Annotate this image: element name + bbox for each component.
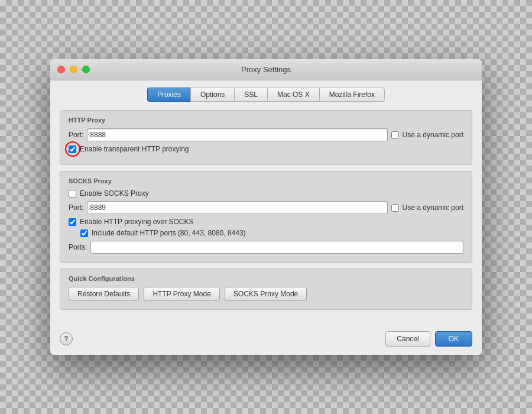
maximize-button[interactable]: [82, 66, 90, 73]
include-ports-checkbox[interactable]: [80, 229, 88, 237]
http-port-input[interactable]: [87, 128, 387, 141]
close-button[interactable]: [57, 66, 65, 73]
restore-defaults-button[interactable]: Restore Defaults: [69, 287, 139, 301]
http-dynamic-port-label: Use a dynamic port: [403, 131, 463, 139]
enable-socks-row: Enable SOCKS Proxy: [69, 189, 463, 198]
window-content: Proxies Options SSL Mac OS X Mozilla Fir…: [50, 80, 482, 325]
transparent-http-label: Enable transparent HTTP proxying: [80, 145, 189, 153]
bottom-bar: ? Cancel OK: [50, 325, 482, 355]
socks-port-row: Port: Use a dynamic port: [69, 201, 463, 214]
enable-socks-label: Enable SOCKS Proxy: [80, 189, 149, 198]
http-port-row: Port: Use a dynamic port: [69, 128, 463, 141]
quick-config-title: Quick Configurations: [69, 275, 463, 282]
transparent-http-row: Enable transparent HTTP proxying: [69, 145, 463, 153]
http-proxy-title: HTTP Proxy: [69, 117, 463, 124]
transparent-checkbox-circled: [69, 145, 76, 153]
socks-ports-input[interactable]: [90, 241, 463, 254]
socks-port-input[interactable]: [87, 201, 387, 214]
window-title: Proxy Settings: [241, 65, 291, 74]
traffic-lights: [57, 66, 90, 73]
socks-ports-label: Ports:: [69, 243, 87, 251]
cancel-button[interactable]: Cancel: [385, 331, 430, 347]
quick-config-buttons: Restore Defaults HTTP Proxy Mode SOCKS P…: [69, 287, 463, 301]
ok-button[interactable]: OK: [435, 331, 472, 347]
title-bar: Proxy Settings: [50, 59, 482, 80]
tab-firefox[interactable]: Mozilla Firefox: [319, 88, 385, 102]
socks-port-label: Port:: [69, 203, 83, 212]
action-buttons: Cancel OK: [385, 331, 472, 347]
tab-macosx[interactable]: Mac OS X: [267, 88, 319, 102]
transparent-http-checkbox[interactable]: [69, 145, 76, 153]
socks-proxy-mode-button[interactable]: SOCKS Proxy Mode: [225, 287, 307, 301]
tab-ssl[interactable]: SSL: [234, 88, 267, 102]
minimize-button[interactable]: [70, 66, 77, 73]
include-ports-label: Include default HTTP ports (80, 443, 808…: [92, 229, 246, 237]
http-over-socks-checkbox[interactable]: [69, 218, 76, 226]
tab-proxies[interactable]: Proxies: [147, 88, 190, 102]
http-proxy-section: HTTP Proxy Port: Use a dynamic port Enab…: [60, 110, 472, 165]
socks-dynamic-port-label: Use a dynamic port: [403, 203, 463, 212]
http-proxy-mode-button[interactable]: HTTP Proxy Mode: [144, 287, 219, 301]
tab-bar: Proxies Options SSL Mac OS X Mozilla Fir…: [60, 88, 472, 102]
socks-ports-row: Ports:: [69, 241, 463, 254]
tab-options[interactable]: Options: [190, 88, 234, 102]
http-dynamic-port-checkbox[interactable]: [391, 131, 399, 139]
socks-proxy-title: SOCKS Proxy: [69, 177, 463, 185]
http-over-socks-label: Enable HTTP proxying over SOCKS: [80, 218, 194, 226]
socks-proxy-section: SOCKS Proxy Enable SOCKS Proxy Port: Use…: [60, 171, 472, 263]
proxy-settings-window: Proxy Settings Proxies Options SSL Mac O…: [50, 59, 482, 355]
quick-config-section: Quick Configurations Restore Defaults HT…: [60, 269, 472, 310]
help-button[interactable]: ?: [60, 332, 73, 345]
include-ports-row: Include default HTTP ports (80, 443, 808…: [80, 229, 463, 237]
http-over-socks-row: Enable HTTP proxying over SOCKS: [69, 218, 463, 226]
socks-dynamic-port-row: Use a dynamic port: [391, 203, 463, 212]
http-port-label: Port:: [69, 131, 83, 139]
enable-socks-checkbox[interactable]: [69, 190, 76, 198]
socks-dynamic-port-checkbox[interactable]: [391, 204, 399, 212]
http-dynamic-port-row: Use a dynamic port: [391, 131, 463, 139]
